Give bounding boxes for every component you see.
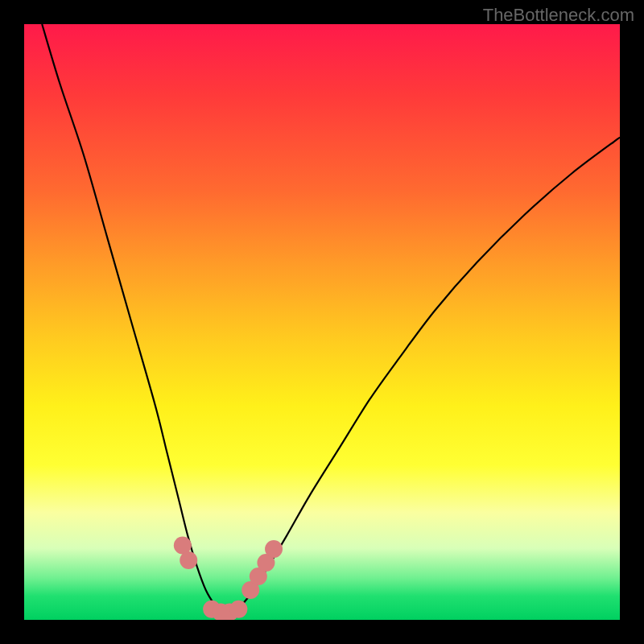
- marker-group: [174, 537, 283, 621]
- marker-dot: [180, 551, 197, 569]
- watermark-text: TheBottleneck.com: [483, 5, 634, 26]
- bottleneck-curve: [42, 24, 620, 613]
- marker-dot: [265, 540, 283, 558]
- marker-dot: [229, 601, 247, 618]
- curve-svg: [24, 24, 620, 620]
- plot-area: [24, 24, 620, 620]
